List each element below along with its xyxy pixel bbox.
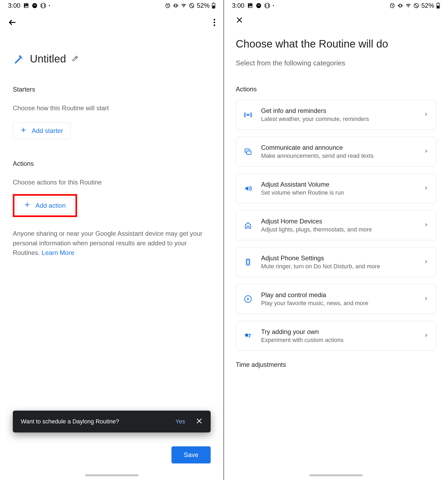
action-text: Adjust Assistant VolumeSet volume when R… (261, 181, 415, 196)
actions-section-label: Actions (236, 85, 436, 93)
action-sub: Latest weather, your commute, reminders (261, 116, 415, 123)
action-sub: Mute ringer, turn on Do Not Disturb, and… (261, 263, 415, 270)
nav-handle[interactable] (309, 474, 363, 476)
phone-screen-left: 3:00 • 52% Untitled Starters Choose how … (0, 0, 224, 480)
alarm-icon (165, 3, 171, 9)
action-card-home[interactable]: Adjust Home DevicesAdjust lights, plugs,… (236, 210, 436, 240)
back-icon[interactable] (8, 18, 17, 28)
action-card-assistant[interactable]: Try adding your ownExperiment with custo… (236, 321, 436, 351)
content: Untitled Starters Choose how this Routin… (0, 53, 223, 258)
svg-point-6 (183, 7, 184, 7)
svg-point-33 (249, 334, 250, 335)
page-subtitle: Select from the following categories (236, 59, 436, 67)
svg-point-1 (25, 4, 26, 5)
action-card-chat[interactable]: Communicate and announceMake announcemen… (236, 137, 436, 167)
battery-percent: 52% (197, 2, 210, 9)
chevron-right-icon (424, 222, 429, 228)
close-icon[interactable] (236, 16, 243, 25)
battery-percent: 52% (421, 2, 434, 9)
action-title: Communicate and announce (261, 144, 415, 151)
add-starter-button[interactable]: Add starter (13, 123, 71, 139)
edit-icon[interactable] (72, 55, 78, 63)
action-text: Communicate and announceMake announcemen… (261, 144, 415, 159)
content: Choose what the Routine will do Select f… (224, 38, 448, 368)
action-sub: Play your favorite music, news, and more (261, 300, 415, 307)
wifi-icon (181, 3, 187, 9)
action-title: Try adding your own (261, 328, 415, 336)
starters-sub: Choose how this Routine will start (13, 104, 211, 112)
info-text-body: Anyone sharing or near your Google Assis… (13, 230, 202, 256)
no-data-icon (413, 3, 419, 9)
svg-point-34 (249, 336, 250, 337)
svg-point-17 (265, 3, 270, 8)
svg-rect-24 (437, 6, 439, 8)
svg-rect-27 (247, 151, 251, 155)
status-bar: 3:00 • 52% (0, 0, 223, 11)
phone-screen-right: 3:00 • 52% Choose what the Routine will … (224, 0, 448, 480)
action-sub: Experiment with custom actions (261, 337, 415, 344)
svg-rect-9 (213, 3, 214, 3)
battery-icon (212, 3, 215, 9)
routine-title: Untitled (30, 53, 66, 65)
svg-rect-29 (247, 260, 249, 264)
cards-container: Get info and remindersLatest weather, yo… (236, 100, 436, 351)
svg-point-11 (214, 19, 215, 21)
plus-icon (24, 202, 30, 209)
action-card-broadcast[interactable]: Get info and remindersLatest weather, yo… (236, 100, 436, 130)
appbar (0, 11, 223, 35)
chevron-right-icon (424, 259, 429, 265)
action-title: Get info and reminders (261, 107, 415, 115)
title-row: Untitled (13, 53, 211, 65)
alarm-icon (389, 3, 395, 9)
snackbar-yes[interactable]: Yes (175, 418, 185, 425)
action-card-volume[interactable]: Adjust Assistant VolumeSet volume when R… (236, 174, 436, 203)
action-text: Play and control mediaPlay your favorite… (261, 291, 415, 307)
svg-rect-23 (438, 3, 439, 3)
starters-label: Starters (13, 86, 211, 93)
chevron-right-icon (424, 296, 429, 302)
no-data-icon (189, 3, 195, 9)
wifi-icon (405, 3, 411, 9)
action-title: Adjust Assistant Volume (261, 181, 415, 188)
svg-point-13 (214, 25, 215, 26)
action-text: Adjust Phone SettingsMute ringer, turn o… (261, 254, 415, 270)
status-left: 3:00 • (8, 2, 50, 9)
close-icon[interactable] (196, 418, 203, 426)
broadcast-icon (243, 110, 253, 119)
chevron-right-icon (424, 333, 429, 339)
messenger-icon (256, 3, 262, 9)
appbar (224, 11, 448, 30)
learn-more-link[interactable]: Learn More (42, 249, 74, 256)
action-sub: Make announcements, send and read texts (261, 152, 415, 159)
vibrate-icon (397, 3, 403, 9)
svg-point-30 (248, 264, 249, 265)
messenger-icon (32, 3, 38, 9)
status-right: 52% (165, 2, 215, 9)
save-button[interactable]: Save (171, 446, 211, 463)
battery-icon (436, 3, 440, 9)
action-card-phone[interactable]: Adjust Phone SettingsMute ringer, turn o… (236, 247, 436, 277)
clock: 3:00 (232, 2, 245, 9)
time-adjustments-label: Time adjustments (236, 361, 436, 368)
plus-icon (21, 127, 26, 135)
status-left: 3:00 • (232, 2, 274, 9)
action-title: Adjust Home Devices (261, 218, 415, 225)
svg-point-35 (250, 336, 251, 336)
svg-point-12 (214, 22, 215, 23)
gallery-icon (247, 3, 253, 9)
more-icon[interactable] (213, 19, 215, 27)
snackbar-text: Want to schedule a Daylong Routine? (21, 418, 119, 425)
action-sub: Set volume when Routine is run (261, 189, 415, 196)
add-action-button[interactable]: Add action (17, 197, 73, 214)
svg-point-32 (245, 333, 249, 337)
action-text: Adjust Home DevicesAdjust lights, plugs,… (261, 218, 415, 233)
volume-icon (243, 184, 253, 193)
chevron-right-icon (424, 112, 429, 118)
nav-handle[interactable] (85, 474, 138, 476)
action-sub: Adjust lights, plugs, thermostats, and m… (261, 226, 415, 233)
status-bar: 3:00 • 52% (224, 0, 448, 11)
action-card-play[interactable]: Play and control mediaPlay your favorite… (236, 284, 436, 314)
page-title: Choose what the Routine will do (236, 38, 436, 50)
svg-point-20 (408, 7, 409, 7)
snackbar: Want to schedule a Daylong Routine? Yes (13, 411, 211, 432)
